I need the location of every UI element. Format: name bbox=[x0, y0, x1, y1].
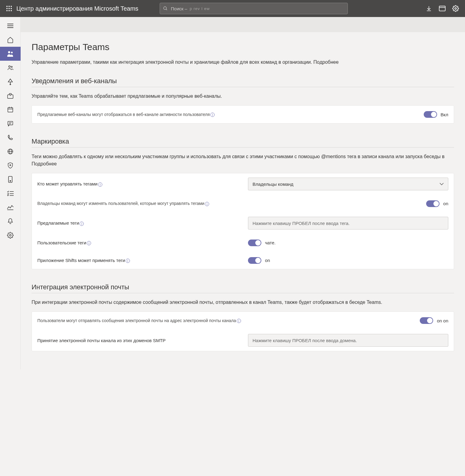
nav-reports[interactable] bbox=[0, 172, 21, 186]
info-icon[interactable]: i bbox=[80, 222, 84, 226]
svg-point-6 bbox=[6, 10, 8, 11]
svg-point-4 bbox=[8, 8, 10, 9]
nav-analytics[interactable] bbox=[0, 200, 21, 214]
nav-devices[interactable] bbox=[0, 75, 21, 89]
suggested-feeds-label: Предлагаемые веб-каналы могут отображать… bbox=[37, 112, 424, 117]
page-description: Управление параметрами, такими как интег… bbox=[32, 59, 454, 65]
info-icon[interactable]: i bbox=[87, 241, 91, 245]
app-launcher-icon[interactable] bbox=[3, 2, 15, 15]
nav-checklist[interactable] bbox=[0, 186, 21, 200]
top-bar: Центр администрирования Microsoft Teams … bbox=[0, 0, 465, 17]
svg-rect-11 bbox=[439, 6, 445, 11]
chevron-down-icon bbox=[440, 183, 444, 185]
owners-can-change-toggle[interactable] bbox=[426, 200, 440, 207]
page-title: Параметры Teams bbox=[32, 42, 454, 52]
side-nav bbox=[0, 17, 21, 369]
nav-locations[interactable] bbox=[0, 144, 21, 158]
divider bbox=[32, 293, 454, 293]
search-label: Поиск – bbox=[171, 6, 187, 11]
shifts-tags-state: on bbox=[265, 258, 270, 263]
panel-icon[interactable] bbox=[439, 5, 446, 12]
svg-point-3 bbox=[6, 8, 8, 9]
nav-policy[interactable] bbox=[0, 158, 21, 172]
info-icon[interactable]: i bbox=[210, 113, 215, 117]
shifts-tags-label: Приложение Shifts может применять тегиi bbox=[37, 258, 248, 263]
svg-point-2 bbox=[11, 6, 12, 7]
svg-point-13 bbox=[455, 8, 457, 9]
nav-voice[interactable] bbox=[0, 131, 21, 144]
nav-meetings[interactable] bbox=[0, 103, 21, 117]
info-icon[interactable]: i bbox=[98, 182, 102, 187]
svg-point-8 bbox=[11, 10, 12, 11]
info-icon[interactable]: i bbox=[126, 259, 130, 263]
users-can-send-toggle[interactable] bbox=[420, 317, 433, 324]
custom-tags-label: Пользовательские тегиi bbox=[37, 240, 248, 245]
svg-point-21 bbox=[10, 84, 11, 85]
svg-point-19 bbox=[8, 66, 10, 68]
nav-messaging[interactable] bbox=[0, 117, 21, 131]
suggested-tags-label: Предлагаемые тегиi bbox=[37, 220, 248, 226]
email-card: Пользователи могут отправлять сообщения … bbox=[32, 311, 454, 351]
svg-point-40 bbox=[9, 234, 11, 236]
section-tagging-subtitle: Теги можно добавлять к одному или нескол… bbox=[32, 153, 454, 168]
content-area: Параметры Teams Управление параметрами, … bbox=[21, 17, 465, 369]
tagging-card: Кто может управлять тегамиi Владельцы ко… bbox=[32, 173, 454, 269]
section-tagging-title: Маркировка bbox=[32, 138, 454, 145]
users-can-send-label: Пользователи могут отправлять сообщения … bbox=[37, 318, 420, 323]
smtp-domains-input[interactable]: Нажмите клавишу ПРОБЕЛ после ввода домен… bbox=[248, 334, 448, 347]
custom-tags-toggle[interactable] bbox=[248, 240, 261, 246]
svg-point-20 bbox=[11, 66, 12, 67]
section-notifications-subtitle: Управляйте тем, как Teams обрабатывает п… bbox=[32, 93, 454, 100]
who-can-manage-select[interactable]: Владельцы команд bbox=[248, 178, 448, 190]
search-input[interactable]: Поиск – p rev I ew bbox=[160, 3, 348, 14]
nav-apps[interactable] bbox=[0, 89, 21, 103]
suggested-feeds-toggle[interactable] bbox=[424, 111, 437, 118]
section-email-title: Интеграция электронной почты bbox=[32, 283, 454, 291]
tagging-learn-more-link[interactable]: Подробнее bbox=[32, 161, 57, 166]
banner-strip bbox=[21, 17, 465, 32]
learn-more-link[interactable]: Подробнее bbox=[314, 59, 339, 65]
divider bbox=[32, 147, 454, 148]
svg-rect-27 bbox=[8, 121, 12, 125]
svg-point-1 bbox=[8, 6, 10, 7]
svg-point-5 bbox=[11, 8, 12, 9]
svg-point-35 bbox=[10, 181, 11, 182]
svg-point-7 bbox=[8, 10, 10, 11]
notifications-card: Предлагаемые веб-каналы могут отображать… bbox=[32, 105, 454, 124]
suggested-tags-input[interactable]: Нажмите клавишу ПРОБЕЛ после ввода тега. bbox=[248, 217, 448, 229]
app-title: Центр администрирования Microsoft Teams bbox=[16, 5, 138, 12]
settings-gear-icon[interactable] bbox=[452, 5, 459, 12]
search-icon bbox=[163, 6, 168, 11]
divider bbox=[32, 87, 454, 87]
nav-settings[interactable] bbox=[0, 228, 21, 242]
custom-tags-state: чате. bbox=[265, 240, 276, 245]
svg-point-9 bbox=[164, 7, 166, 9]
section-email-subtitle: При интеграции электронной почты содержи… bbox=[32, 299, 454, 306]
nav-users[interactable] bbox=[0, 61, 21, 75]
who-can-manage-label: Кто может управлять тегамиi bbox=[37, 181, 248, 186]
svg-line-10 bbox=[166, 9, 167, 10]
svg-point-0 bbox=[6, 6, 8, 7]
nav-teams[interactable] bbox=[0, 47, 21, 61]
svg-point-17 bbox=[8, 51, 10, 53]
suggested-feeds-state: Вкл bbox=[441, 112, 449, 117]
svg-point-33 bbox=[10, 165, 11, 166]
svg-point-18 bbox=[11, 52, 13, 53]
shifts-tags-toggle[interactable] bbox=[248, 257, 261, 264]
info-icon[interactable]: i bbox=[205, 202, 209, 206]
svg-rect-23 bbox=[8, 108, 13, 112]
section-notifications-title: Уведомления и веб-каналы bbox=[32, 77, 454, 85]
search-hint: p rev I ew bbox=[190, 6, 210, 11]
users-can-send-state: on on bbox=[437, 318, 448, 323]
nav-home[interactable] bbox=[0, 33, 21, 47]
info-icon[interactable]: i bbox=[237, 319, 241, 323]
smtp-domains-label: Принятие электронной почты канала из эти… bbox=[37, 338, 248, 343]
nav-notifications[interactable] bbox=[0, 214, 21, 228]
download-icon[interactable] bbox=[426, 5, 432, 12]
nav-menu-toggle[interactable] bbox=[0, 19, 21, 33]
owners-can-change-state: on bbox=[443, 201, 448, 206]
owners-can-change-label: Владельцы команд могут изменять пользова… bbox=[37, 201, 426, 206]
